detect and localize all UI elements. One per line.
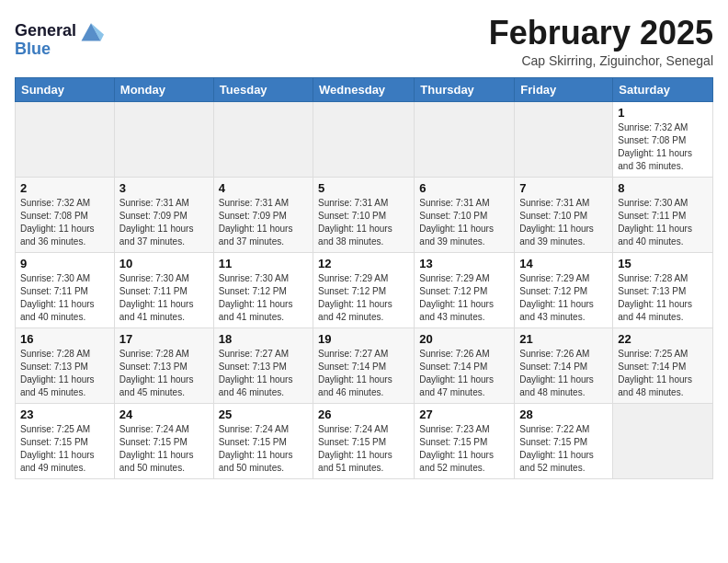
column-header-monday: Monday [114, 77, 213, 101]
day-info: Sunrise: 7:27 AM Sunset: 7:13 PM Dayligh… [219, 348, 308, 399]
week-row-3: 9Sunrise: 7:30 AM Sunset: 7:11 PM Daylig… [16, 252, 713, 327]
day-cell [415, 101, 515, 177]
day-info: Sunrise: 7:26 AM Sunset: 7:14 PM Dayligh… [419, 348, 509, 399]
day-number: 22 [618, 332, 708, 346]
day-cell: 17Sunrise: 7:28 AM Sunset: 7:13 PM Dayli… [114, 327, 213, 403]
day-number: 7 [519, 181, 608, 195]
day-info: Sunrise: 7:25 AM Sunset: 7:15 PM Dayligh… [20, 423, 109, 475]
day-info: Sunrise: 7:30 AM Sunset: 7:11 PM Dayligh… [618, 197, 708, 248]
day-cell: 2Sunrise: 7:32 AM Sunset: 7:08 PM Daylig… [16, 177, 115, 252]
day-cell: 5Sunrise: 7:31 AM Sunset: 7:10 PM Daylig… [313, 177, 415, 252]
day-info: Sunrise: 7:29 AM Sunset: 7:12 PM Dayligh… [419, 272, 509, 324]
day-cell: 8Sunrise: 7:30 AM Sunset: 7:11 PM Daylig… [613, 177, 713, 252]
day-cell: 18Sunrise: 7:27 AM Sunset: 7:13 PM Dayli… [213, 327, 313, 403]
day-info: Sunrise: 7:28 AM Sunset: 7:13 PM Dayligh… [20, 348, 109, 399]
day-number: 19 [318, 332, 409, 346]
day-cell: 14Sunrise: 7:29 AM Sunset: 7:12 PM Dayli… [515, 252, 613, 327]
day-number: 24 [119, 408, 209, 421]
day-number: 27 [419, 408, 509, 421]
day-info: Sunrise: 7:32 AM Sunset: 7:08 PM Dayligh… [20, 197, 109, 248]
day-info: Sunrise: 7:28 AM Sunset: 7:13 PM Dayligh… [618, 272, 708, 324]
day-number: 5 [318, 181, 409, 195]
day-info: Sunrise: 7:24 AM Sunset: 7:15 PM Dayligh… [119, 423, 209, 475]
day-cell: 11Sunrise: 7:30 AM Sunset: 7:12 PM Dayli… [213, 252, 313, 327]
day-cell: 3Sunrise: 7:31 AM Sunset: 7:09 PM Daylig… [114, 177, 213, 252]
day-cell: 28Sunrise: 7:22 AM Sunset: 7:15 PM Dayli… [515, 403, 613, 478]
location: Cap Skirring, Ziguinchor, Senegal [489, 53, 713, 68]
column-header-tuesday: Tuesday [213, 77, 313, 101]
day-number: 18 [219, 332, 308, 346]
day-number: 20 [419, 332, 509, 346]
day-cell: 19Sunrise: 7:27 AM Sunset: 7:14 PM Dayli… [313, 327, 415, 403]
day-info: Sunrise: 7:30 AM Sunset: 7:11 PM Dayligh… [20, 272, 109, 324]
day-number: 2 [20, 181, 109, 195]
day-info: Sunrise: 7:29 AM Sunset: 7:12 PM Dayligh… [318, 272, 409, 324]
week-row-4: 16Sunrise: 7:28 AM Sunset: 7:13 PM Dayli… [16, 327, 713, 403]
column-header-saturday: Saturday [613, 77, 713, 101]
day-number: 4 [219, 181, 308, 195]
day-cell [515, 101, 613, 177]
day-cell: 4Sunrise: 7:31 AM Sunset: 7:09 PM Daylig… [213, 177, 313, 252]
logo-blue-text: Blue [15, 40, 51, 59]
day-cell: 13Sunrise: 7:29 AM Sunset: 7:12 PM Dayli… [415, 252, 515, 327]
column-header-sunday: Sunday [16, 77, 115, 101]
day-info: Sunrise: 7:27 AM Sunset: 7:14 PM Dayligh… [318, 348, 409, 399]
day-info: Sunrise: 7:31 AM Sunset: 7:10 PM Dayligh… [419, 197, 509, 248]
day-cell: 27Sunrise: 7:23 AM Sunset: 7:15 PM Dayli… [415, 403, 515, 478]
day-cell: 20Sunrise: 7:26 AM Sunset: 7:14 PM Dayli… [415, 327, 515, 403]
day-number: 16 [20, 332, 109, 346]
day-number: 13 [419, 257, 509, 270]
day-cell [114, 101, 213, 177]
day-cell: 22Sunrise: 7:25 AM Sunset: 7:14 PM Dayli… [613, 327, 713, 403]
day-cell: 15Sunrise: 7:28 AM Sunset: 7:13 PM Dayli… [613, 252, 713, 327]
day-cell: 23Sunrise: 7:25 AM Sunset: 7:15 PM Dayli… [16, 403, 115, 478]
logo-text: General [15, 22, 76, 40]
day-info: Sunrise: 7:29 AM Sunset: 7:12 PM Dayligh… [519, 272, 608, 324]
day-cell [16, 101, 115, 177]
day-number: 28 [519, 408, 608, 421]
day-cell: 25Sunrise: 7:24 AM Sunset: 7:15 PM Dayli… [213, 403, 313, 478]
day-number: 6 [419, 181, 509, 195]
day-info: Sunrise: 7:31 AM Sunset: 7:09 PM Dayligh… [119, 197, 209, 248]
day-number: 26 [318, 408, 409, 421]
day-number: 23 [20, 408, 109, 421]
day-info: Sunrise: 7:28 AM Sunset: 7:13 PM Dayligh… [119, 348, 209, 399]
column-header-thursday: Thursday [415, 77, 515, 101]
day-info: Sunrise: 7:23 AM Sunset: 7:15 PM Dayligh… [419, 423, 509, 475]
day-number: 9 [20, 257, 109, 270]
day-number: 8 [618, 181, 708, 195]
day-cell: 16Sunrise: 7:28 AM Sunset: 7:13 PM Dayli… [16, 327, 115, 403]
day-info: Sunrise: 7:24 AM Sunset: 7:15 PM Dayligh… [219, 423, 308, 475]
day-cell: 24Sunrise: 7:24 AM Sunset: 7:15 PM Dayli… [114, 403, 213, 478]
day-info: Sunrise: 7:30 AM Sunset: 7:11 PM Dayligh… [119, 272, 209, 324]
day-cell: 9Sunrise: 7:30 AM Sunset: 7:11 PM Daylig… [16, 252, 115, 327]
day-number: 25 [219, 408, 308, 421]
day-number: 21 [519, 332, 608, 346]
day-cell: 6Sunrise: 7:31 AM Sunset: 7:10 PM Daylig… [415, 177, 515, 252]
day-number: 10 [119, 257, 209, 270]
day-info: Sunrise: 7:32 AM Sunset: 7:08 PM Dayligh… [618, 121, 708, 173]
day-cell: 12Sunrise: 7:29 AM Sunset: 7:12 PM Dayli… [313, 252, 415, 327]
logo: General Blue [15, 18, 104, 59]
day-cell [213, 101, 313, 177]
day-info: Sunrise: 7:24 AM Sunset: 7:15 PM Dayligh… [318, 423, 409, 475]
day-cell: 1Sunrise: 7:32 AM Sunset: 7:08 PM Daylig… [613, 101, 713, 177]
day-number: 1 [618, 106, 708, 120]
day-number: 15 [618, 257, 708, 270]
day-info: Sunrise: 7:31 AM Sunset: 7:10 PM Dayligh… [318, 197, 409, 248]
day-cell [613, 403, 713, 478]
day-number: 14 [519, 257, 608, 270]
day-cell: 26Sunrise: 7:24 AM Sunset: 7:15 PM Dayli… [313, 403, 415, 478]
day-number: 12 [318, 257, 409, 270]
day-number: 3 [119, 181, 209, 195]
day-info: Sunrise: 7:25 AM Sunset: 7:14 PM Dayligh… [618, 348, 708, 399]
week-row-2: 2Sunrise: 7:32 AM Sunset: 7:08 PM Daylig… [16, 177, 713, 252]
calendar-table: SundayMondayTuesdayWednesdayThursdayFrid… [15, 77, 713, 479]
logo-icon [78, 18, 104, 44]
day-cell: 10Sunrise: 7:30 AM Sunset: 7:11 PM Dayli… [114, 252, 213, 327]
column-header-friday: Friday [515, 77, 613, 101]
day-info: Sunrise: 7:22 AM Sunset: 7:15 PM Dayligh… [519, 423, 608, 475]
header: General Blue February 2025 Cap Skirring,… [15, 15, 713, 68]
week-row-1: 1Sunrise: 7:32 AM Sunset: 7:08 PM Daylig… [16, 101, 713, 177]
day-info: Sunrise: 7:26 AM Sunset: 7:14 PM Dayligh… [519, 348, 608, 399]
